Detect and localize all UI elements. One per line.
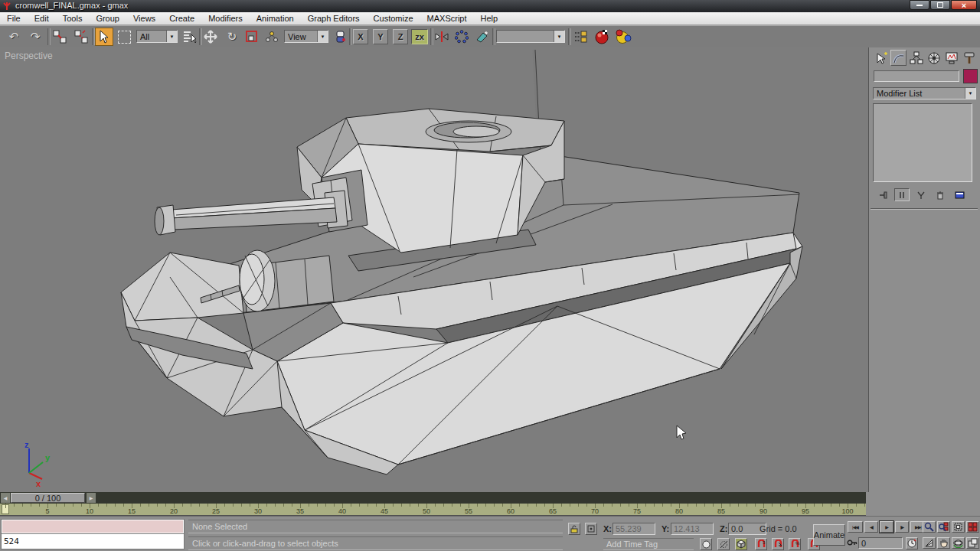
dotted-circle-icon: [720, 540, 728, 549]
select-and-manipulate-button[interactable]: [263, 28, 281, 46]
menu-item-maxscript[interactable]: MAXScript: [420, 14, 474, 23]
time-slider-left-button[interactable]: ◀: [1, 493, 10, 503]
pin-stack-button[interactable]: [875, 188, 890, 201]
axis-x-label: x: [36, 479, 41, 488]
restrict-plane-button[interactable]: zx: [411, 29, 428, 44]
undo-button[interactable]: ↶: [5, 28, 23, 46]
current-frame-field[interactable]: 0: [858, 537, 903, 549]
tab-create[interactable]: [873, 50, 889, 66]
zoom-extents-all-button[interactable]: [966, 521, 979, 533]
menu-item-customize[interactable]: Customize: [367, 14, 420, 23]
maxscript-listener-input[interactable]: [2, 520, 184, 533]
axis-y-label: y: [45, 453, 51, 462]
select-and-scale-button[interactable]: [243, 28, 261, 46]
menu-item-views[interactable]: Views: [126, 14, 162, 23]
menu-item-edit[interactable]: Edit: [28, 14, 56, 23]
dotted-toggle-button[interactable]: [717, 538, 730, 550]
key-mode-toggle[interactable]: [847, 538, 858, 549]
selection-filter-dropdown[interactable]: All ▼: [136, 30, 178, 43]
use-pivot-center-button[interactable]: [332, 28, 350, 46]
redo-button[interactable]: ↷: [26, 28, 44, 46]
animate-button[interactable]: Animate: [813, 524, 845, 546]
arc-rotate-button[interactable]: [952, 537, 965, 549]
add-time-tag[interactable]: Add Time Tag: [603, 538, 694, 550]
menu-item-tools[interactable]: Tools: [56, 14, 90, 23]
select-and-move-button[interactable]: [201, 28, 220, 46]
restrict-y-button[interactable]: Y: [373, 29, 388, 44]
perspective-viewport[interactable]: z x y Perspective: [0, 47, 869, 492]
select-and-rotate-button[interactable]: ↻: [223, 28, 241, 46]
viewport-label[interactable]: Perspective: [5, 51, 53, 61]
align-button[interactable]: [472, 28, 491, 46]
menu-item-create[interactable]: Create: [162, 14, 201, 23]
remove-modifier-button[interactable]: [933, 188, 948, 201]
tab-display[interactable]: [943, 50, 959, 66]
time-configuration-button[interactable]: [906, 537, 918, 549]
angle-snap-toggle-button[interactable]: [772, 538, 784, 550]
y-coordinate-field[interactable]: 12.413: [671, 523, 714, 535]
svg-text:%: %: [795, 541, 800, 546]
time-slider-track[interactable]: ◀ 0 / 100 ▶: [0, 492, 866, 504]
render-button[interactable]: [614, 28, 632, 46]
menu-item-modifiers[interactable]: Modifiers: [201, 14, 250, 23]
time-slider-right-button[interactable]: ▶: [87, 493, 96, 503]
tab-motion[interactable]: [926, 50, 942, 66]
select-and-link-button[interactable]: [51, 28, 69, 46]
menu-item-help[interactable]: Help: [474, 14, 505, 23]
play-button[interactable]: ▶: [880, 521, 893, 533]
menu-item-file[interactable]: File: [0, 14, 28, 23]
min-max-toggle-button[interactable]: [966, 537, 979, 549]
restrict-z-button[interactable]: Z: [393, 29, 408, 44]
time-slider-handle[interactable]: 0 / 100: [11, 493, 85, 503]
unlink-selection-button[interactable]: [72, 28, 90, 46]
title-bar[interactable]: cromwell_FINAL.gmax - gmax ×: [0, 0, 980, 12]
configure-modifier-sets-button[interactable]: [952, 188, 967, 201]
tab-utilities[interactable]: [961, 50, 977, 66]
maxscript-listener-output[interactable]: 524: [2, 534, 184, 549]
zoom-extents-button[interactable]: [952, 521, 965, 533]
object-color-swatch[interactable]: [963, 69, 978, 83]
go-to-start-button[interactable]: |◀◀: [848, 521, 863, 533]
selection-lock-toggle[interactable]: [568, 523, 580, 535]
absolute-mode-toggle[interactable]: [585, 523, 597, 535]
mirror-button[interactable]: [433, 28, 451, 46]
pan-button[interactable]: [937, 537, 950, 549]
track-view-button[interactable]: [571, 28, 590, 46]
select-object-button[interactable]: [95, 28, 113, 46]
pin-stack-icon: [878, 191, 887, 200]
tab-hierarchy[interactable]: [908, 50, 924, 66]
show-end-result-button[interactable]: [894, 188, 910, 201]
rectangular-selection-region-button[interactable]: [115, 28, 133, 46]
close-button[interactable]: ×: [951, 0, 977, 10]
menu-item-graph-editors[interactable]: Graph Editors: [301, 14, 367, 23]
reference-coordinate-dropdown[interactable]: View ▼: [284, 30, 328, 43]
previous-frame-button[interactable]: ◀|: [864, 521, 878, 533]
track-bar[interactable]: 5101520253035404550556065707580859095100: [0, 504, 866, 516]
next-frame-button[interactable]: |▶: [895, 521, 909, 533]
x-coordinate-field[interactable]: 55.239: [612, 523, 655, 535]
snap-toggle-button[interactable]: [735, 538, 747, 550]
select-by-name-button[interactable]: [181, 28, 199, 46]
modifier-list-dropdown[interactable]: Modifier List ▼: [873, 87, 976, 99]
menu-item-animation[interactable]: Animation: [250, 14, 301, 23]
minimize-button[interactable]: [910, 0, 929, 10]
menu-item-group[interactable]: Group: [89, 14, 126, 23]
snaps-toggle-3d-button[interactable]: 3: [755, 538, 767, 550]
maximize-button[interactable]: [930, 0, 950, 10]
named-selection-sets-dropdown[interactable]: ▼: [496, 30, 565, 43]
array-button[interactable]: [452, 28, 471, 46]
zoom-button[interactable]: [923, 521, 936, 533]
object-name-field[interactable]: [874, 70, 959, 82]
modifier-stack-list[interactable]: [873, 103, 972, 182]
tab-modify[interactable]: [890, 50, 906, 66]
go-to-start-icon: |◀◀: [852, 524, 858, 530]
track-tick: [443, 504, 444, 507]
degradation-override-button[interactable]: [700, 538, 712, 550]
zoom-all-button[interactable]: [937, 521, 950, 533]
restrict-x-button[interactable]: X: [353, 29, 368, 44]
percent-snap-toggle-button[interactable]: %: [789, 538, 801, 550]
field-of-view-button[interactable]: [923, 537, 936, 549]
material-editor-button[interactable]: [593, 28, 611, 46]
make-unique-button[interactable]: [913, 188, 929, 201]
viewport-canvas[interactable]: z x y: [0, 47, 869, 492]
